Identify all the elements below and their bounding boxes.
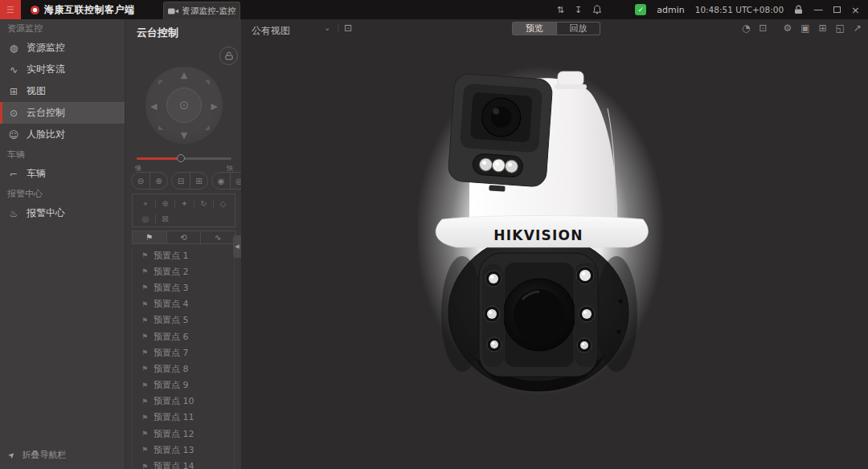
sidebar-item[interactable]: ♨ 报警中心 bbox=[0, 202, 125, 224]
restore-button[interactable] bbox=[833, 6, 841, 13]
pan-down-button[interactable]: ▼ bbox=[145, 131, 223, 140]
preset-label: 预置点 3 bbox=[154, 282, 189, 294]
preset-item[interactable]: ⚑ 预置点 1 bbox=[133, 247, 234, 263]
tab-playback[interactable]: 回放 bbox=[556, 22, 600, 35]
pan-right-button[interactable]: ▶ bbox=[211, 102, 218, 111]
pan-up-left-button[interactable]: ◤ bbox=[158, 80, 163, 86]
zoom-out-icon[interactable]: ⊖ bbox=[132, 173, 149, 189]
preset-tab[interactable]: ⚑ bbox=[133, 231, 166, 243]
pan-up-right-button[interactable]: ◥ bbox=[205, 80, 210, 86]
top-bar: ☰ 海康互联控制客户端 资源监控-监控 ⇅ ↧ ✓ admin 10:48:51… bbox=[0, 0, 868, 19]
preset-item[interactable]: ⚑ 预置点 12 bbox=[133, 426, 234, 442]
preset-item[interactable]: ⚑ 预置点 8 bbox=[133, 361, 234, 377]
collapse-nav-button[interactable]: ➤ 折叠导航栏 bbox=[8, 449, 66, 461]
pattern-tab[interactable]: ∿ bbox=[200, 231, 235, 243]
preset-label: 预置点 6 bbox=[154, 331, 189, 343]
pan-down-left-button[interactable]: ◣ bbox=[158, 124, 163, 131]
wiper-status-icon[interactable]: ◔ bbox=[742, 22, 750, 34]
sidebar-item[interactable]: 车辆 bbox=[0, 145, 125, 163]
iris-close-icon[interactable]: ◉ bbox=[212, 173, 230, 189]
ptz-adjust-groups: ⊖ ⊕ ⊟ ⊞ ◉ ◎ bbox=[131, 172, 248, 190]
popout-icon[interactable]: ↗ bbox=[854, 22, 862, 34]
view-selector[interactable]: 公有视图 bbox=[252, 24, 290, 38]
ptz-lock-button[interactable] bbox=[219, 47, 238, 65]
sidebar-item[interactable]: ⊞ 视图 bbox=[0, 80, 125, 102]
sidebar-item[interactable]: ∿ 实时客流 bbox=[0, 59, 125, 80]
preset-item[interactable]: ⚑ 预置点 4 bbox=[133, 296, 234, 312]
user-menu[interactable]: admin bbox=[657, 5, 684, 15]
preset-flag-icon: ⚑ bbox=[141, 381, 148, 389]
ptz-joystick-center[interactable]: ⊙ bbox=[166, 88, 202, 123]
preset-item[interactable]: ⚑ 预置点 6 bbox=[133, 328, 234, 345]
tab-resource-monitor[interactable]: 资源监控-监控 bbox=[163, 2, 240, 19]
preset-item[interactable]: ⚑ 预置点 5 bbox=[133, 312, 234, 328]
preset-item[interactable]: ⚑ 预置点 13 bbox=[133, 442, 234, 458]
preset-label: 预置点 5 bbox=[154, 314, 189, 326]
snapshot-icon[interactable]: ⊡ bbox=[759, 22, 767, 34]
preset-item[interactable]: ⚑ 预置点 14 bbox=[133, 458, 234, 469]
focus-near-icon[interactable]: ⊞ bbox=[190, 173, 207, 189]
vehicle-icon: ⌐ bbox=[8, 169, 19, 180]
notification-bell-icon[interactable] bbox=[592, 5, 602, 14]
preset-item[interactable]: ⚑ 预置点 2 bbox=[133, 263, 234, 279]
lock-screen-icon[interactable] bbox=[794, 5, 803, 14]
preset-label: 预置点 1 bbox=[154, 250, 189, 262]
sidebar-item[interactable]: ◍ 资源监控 bbox=[0, 37, 125, 59]
connection-status-icon[interactable]: ✓ bbox=[635, 4, 646, 15]
patrol-tab[interactable]: ⟲ bbox=[166, 231, 201, 243]
aux-focus-icon[interactable]: ⊠ bbox=[155, 214, 174, 223]
ptz-adjust-group: ⊟ ⊞ bbox=[171, 172, 208, 190]
sync-icon[interactable]: ⇅ bbox=[557, 5, 564, 15]
settings-gear-icon[interactable]: ⚙ bbox=[783, 22, 792, 34]
sidebar-item-label: 报警中心 bbox=[27, 206, 65, 220]
main-menu-button[interactable]: ☰ bbox=[0, 0, 21, 19]
save-view-icon[interactable]: ⊡ bbox=[344, 22, 352, 34]
sidebar-item-label: 资源监控 bbox=[7, 22, 43, 35]
sidebar-item[interactable]: ⌐ 车辆 bbox=[0, 163, 125, 185]
preview-playback-toggle: 预览 回放 bbox=[512, 22, 600, 35]
preset-flag-icon: ⚑ bbox=[141, 398, 148, 406]
ptz-speed-thumb[interactable] bbox=[177, 154, 185, 162]
preset-item[interactable]: ⚑ 预置点 3 bbox=[133, 279, 234, 296]
resource-monitor-icon: ◍ bbox=[8, 43, 19, 54]
position-3d-icon[interactable]: ⌖ bbox=[136, 199, 155, 209]
preset-item[interactable]: ⚑ 预置点 11 bbox=[133, 410, 234, 426]
ptz-speed-slider[interactable] bbox=[137, 157, 231, 160]
lens-init-icon[interactable]: ◎ bbox=[136, 214, 155, 223]
pan-left-button[interactable]: ◀ bbox=[150, 102, 157, 111]
sidebar-item[interactable]: ⊙ 云台控制 bbox=[0, 102, 125, 124]
ptz-camera-product-image: HIKVISION bbox=[418, 60, 667, 406]
preset-item[interactable]: ⚑ 预置点 9 bbox=[133, 377, 234, 394]
focus-far-icon[interactable]: ⊟ bbox=[172, 173, 190, 189]
preset-item[interactable]: ⚑ 预置点 10 bbox=[133, 394, 234, 410]
tab-preview[interactable]: 预览 bbox=[513, 22, 556, 35]
sidebar-item[interactable]: 资源监控 bbox=[0, 19, 125, 37]
preset-item[interactable]: ⚑ 预置点 7 bbox=[133, 345, 234, 361]
pan-down-right-button[interactable]: ◢ bbox=[205, 124, 210, 131]
chevron-down-icon[interactable]: ⌄ bbox=[324, 23, 330, 32]
preset-label: 预置点 4 bbox=[154, 298, 189, 310]
sidebar-item[interactable]: 报警中心 bbox=[0, 185, 125, 202]
preset-label: 预置点 11 bbox=[154, 411, 194, 423]
preset-label: 预置点 12 bbox=[154, 428, 194, 440]
grid-layout-icon[interactable]: ⊞ bbox=[819, 22, 827, 34]
sidebar-item-label: 视图 bbox=[27, 84, 46, 98]
close-button[interactable]: × bbox=[851, 4, 860, 16]
minimize-button[interactable]: — bbox=[813, 4, 823, 15]
zoom-in-icon[interactable]: ⊕ bbox=[149, 173, 167, 189]
area-zoom-icon[interactable]: ⊕ bbox=[155, 199, 174, 208]
light-icon[interactable]: ✦ bbox=[174, 199, 194, 208]
window-layout-icon[interactable]: ▣ bbox=[800, 22, 809, 34]
ptz-tools-row2: ◎⊠ bbox=[136, 211, 231, 226]
pan-up-button[interactable]: ▲ bbox=[145, 71, 223, 80]
pin-icon: ➤ bbox=[6, 450, 17, 461]
sidebar-item-label: 实时客流 bbox=[27, 63, 65, 76]
panel-collapse-handle[interactable]: ◀ bbox=[233, 235, 241, 258]
wiper-icon[interactable]: ↻ bbox=[194, 199, 213, 208]
sidebar-item[interactable]: ☺ 人脸比对 bbox=[0, 124, 125, 145]
preset-flag-icon: ⚑ bbox=[141, 251, 148, 259]
preset-flag-icon: ⚑ bbox=[141, 414, 148, 422]
fullscreen-icon[interactable]: ◱ bbox=[836, 22, 845, 34]
center-icon[interactable]: ◇ bbox=[213, 199, 232, 208]
download-icon[interactable]: ↧ bbox=[575, 5, 582, 15]
